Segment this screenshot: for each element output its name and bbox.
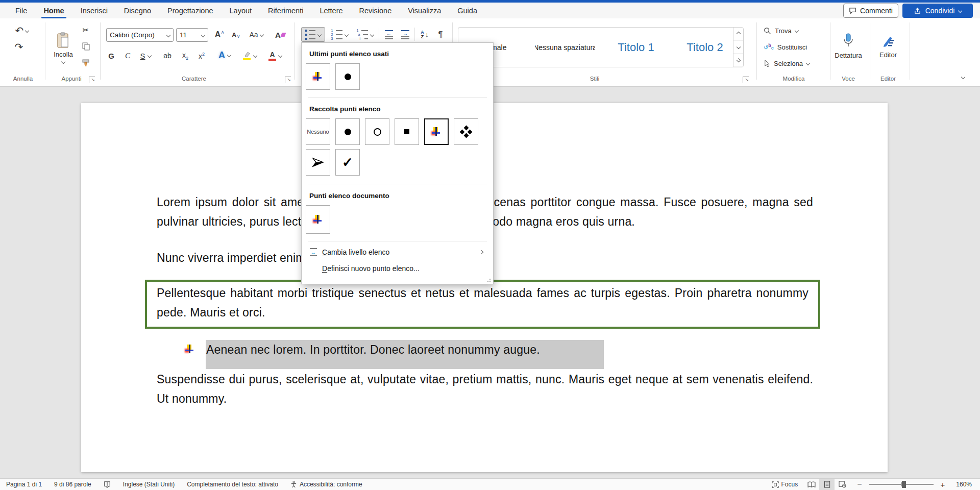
copy-icon (82, 42, 90, 51)
zoom-out-button[interactable]: − (850, 479, 864, 490)
language-indicator[interactable]: Inglese (Stati Uniti) (117, 479, 181, 490)
italic-button[interactable]: C (121, 49, 134, 62)
highlight-color-button[interactable] (239, 48, 260, 63)
bullets-button[interactable] (301, 27, 325, 42)
recent-bullet-filled-circle[interactable] (335, 63, 360, 90)
comments-label: Commenti (860, 7, 893, 15)
zoom-slider-thumb[interactable] (902, 481, 906, 488)
change-list-level-item[interactable]: ↔ Cambia livello elenco (304, 244, 491, 260)
library-bullet-checkmark[interactable]: ✓ (335, 149, 360, 176)
collapse-ribbon-button[interactable] (962, 71, 965, 81)
library-bullet-hollow-circle[interactable] (365, 118, 389, 145)
proofing-book-icon (104, 481, 111, 488)
font-dialog-launcher[interactable]: ↘ (285, 77, 291, 83)
tab-revisione[interactable]: Revisione (351, 3, 400, 18)
word-count[interactable]: 9 di 86 parole (48, 479, 97, 490)
clear-formatting-button[interactable]: A (273, 28, 288, 41)
dictate-label: Dettatura (835, 52, 862, 59)
filled-circle-bullet-icon (345, 74, 351, 80)
change-case-button[interactable]: Aa (246, 28, 266, 41)
library-bullet-arrowhead[interactable] (306, 149, 330, 176)
resize-grip[interactable] (486, 278, 491, 282)
print-layout-button[interactable] (819, 479, 835, 490)
font-size-combo[interactable]: 11 (176, 28, 208, 42)
tab-lettere[interactable]: Lettere (311, 3, 351, 18)
decrease-indent-button[interactable]: ← (382, 27, 396, 42)
shrink-font-button[interactable]: A˅ (229, 28, 243, 41)
editing-group-label: Modifica (766, 76, 822, 82)
recent-bullet-custom[interactable] (306, 63, 330, 90)
font-name-combo[interactable]: Calibri (Corpo) (106, 28, 174, 42)
define-new-bullet-item[interactable]: Definisci nuovo punto elenco... (304, 260, 491, 277)
group-separator (100, 22, 101, 80)
font-color-button[interactable]: A (264, 48, 286, 63)
focus-mode-button[interactable]: Focus (766, 479, 804, 490)
library-bullet-filled-square[interactable] (395, 118, 419, 145)
highlighter-icon (242, 51, 251, 60)
text-completion-indicator[interactable]: Completamento del testo: attivato (181, 479, 284, 490)
document-bullet-custom[interactable] (306, 205, 330, 234)
styles-gallery-expand[interactable] (733, 54, 743, 67)
bullet-list-item[interactable]: Aenean nec lorem. In porttitor. Donec la… (206, 340, 666, 359)
web-layout-button[interactable] (835, 479, 850, 490)
sort-button[interactable]: AZ ↓ (416, 27, 433, 42)
text-effects-button[interactable]: A (214, 48, 235, 62)
grow-font-button[interactable]: A˄ (212, 28, 227, 41)
accessibility-indicator[interactable]: Accessibilità: conforme (284, 479, 369, 490)
replace-button[interactable]: ↺bc Sostituisci (764, 41, 825, 53)
editor-group-label: Editor (871, 76, 905, 82)
clipboard-dialog-launcher[interactable]: ↘ (89, 77, 95, 83)
dictate-button[interactable]: Dettatura (832, 24, 865, 67)
share-button[interactable]: Condividi (902, 4, 973, 18)
tab-home[interactable]: Home (35, 3, 72, 18)
zoom-slider[interactable] (869, 484, 934, 485)
tab-layout[interactable]: Layout (222, 3, 260, 18)
page-indicator[interactable]: Pagina 1 di 1 (0, 479, 48, 490)
strikethrough-button[interactable]: ab (160, 49, 175, 62)
library-bullet-four-diamonds[interactable] (454, 118, 478, 145)
show-paragraph-marks-button[interactable]: ¶ (434, 27, 447, 42)
paste-button[interactable]: Incolla (50, 23, 77, 71)
find-button[interactable]: Trova (764, 24, 820, 37)
comments-button[interactable]: Commenti (843, 4, 898, 18)
styles-scroll-down[interactable] (733, 41, 743, 54)
tab-file[interactable]: File (7, 3, 35, 18)
proofing-status[interactable] (97, 479, 117, 490)
styles-scroll-up[interactable] (733, 28, 743, 41)
zoom-in-button[interactable]: + (939, 479, 950, 490)
zoom-level[interactable]: 160% (950, 479, 980, 490)
style-item-nessuna-spaziatura[interactable]: Nessuna spaziatura (535, 28, 595, 67)
superscript-button[interactable]: x2 (195, 49, 208, 62)
multilevel-list-button[interactable]: 1 a i (354, 27, 376, 42)
tab-guida[interactable]: Guida (449, 3, 485, 18)
tab-riferimenti[interactable]: Riferimenti (260, 3, 311, 18)
subscript-button[interactable]: x2 (179, 49, 192, 62)
tab-progettazione[interactable]: Progettazione (159, 3, 221, 18)
increase-indent-button[interactable]: → (398, 27, 412, 42)
strikethrough-icon: ab (163, 52, 172, 60)
style-item-titolo-2[interactable]: Titolo 2 (677, 28, 733, 67)
library-bullet-none[interactable]: Nessuno (306, 118, 330, 145)
bold-button[interactable]: G (105, 49, 117, 62)
paragraph-5[interactable]: Suspendisse dui purus, scelerisque at, v… (157, 370, 813, 408)
library-bullet-filled-circle[interactable] (335, 118, 360, 145)
format-painter-button[interactable] (80, 57, 92, 68)
copy-button[interactable] (80, 41, 92, 52)
chevron-down-icon (25, 29, 29, 33)
tab-disegno[interactable]: Disegno (116, 3, 159, 18)
editor-button[interactable]: Editor (873, 24, 903, 67)
library-bullet-custom-selected[interactable] (424, 118, 449, 145)
styles-dialog-launcher[interactable]: ↘ (743, 77, 749, 83)
style-item-titolo-1[interactable]: Titolo 1 (605, 28, 667, 67)
bordered-paragraph[interactable]: Pellentesque habitant morbi tristique se… (145, 280, 820, 329)
tab-inserisci[interactable]: Inserisci (72, 3, 116, 18)
undo-button[interactable]: ↶ (12, 24, 32, 37)
select-button[interactable]: Seleziona (764, 57, 825, 69)
redo-button[interactable]: ↷ (12, 41, 26, 53)
text-effects-icon: A (218, 50, 225, 61)
tab-visualizza[interactable]: Visualizza (400, 3, 449, 18)
cut-button[interactable]: ✂ (80, 24, 92, 36)
read-mode-button[interactable] (804, 479, 819, 490)
underline-button[interactable]: S (137, 49, 154, 62)
numbering-button[interactable]: 1 2 3 (329, 27, 350, 42)
